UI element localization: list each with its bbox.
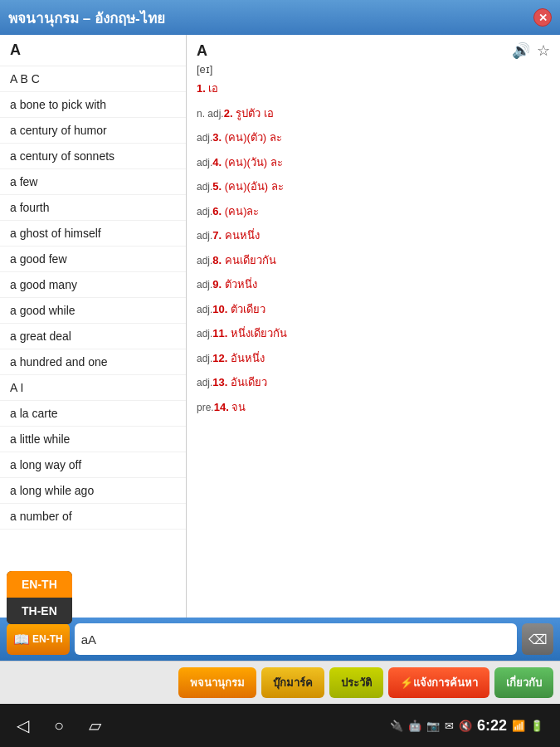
title-bar: พจนานุกรม – อังกฤษ-ไทย ✕ [0,0,560,35]
phonetic: [eɪ] [197,63,550,76]
bottom-nav-button[interactable]: เกี่ยวกับ [494,667,553,698]
def-thai: หนึ่งเดียวกัน [231,327,287,339]
word-list-item[interactable]: A B C [0,66,186,92]
def-thai: (คน)(วัน) ละ [225,156,283,168]
app-title: พจนานุกรม – อังกฤษ-ไทย [8,7,165,29]
silent-icon: 🔇 [459,720,472,732]
def-thai: คนหนึ่ง [225,229,260,242]
word-list-item[interactable]: a good while [0,298,186,324]
definition-item: adj.6. (คน)ละ [197,203,550,220]
definition-item: adj.9. ตัวหนึ่ง [197,276,550,293]
word-list-item[interactable]: a good many [0,272,186,298]
left-panel: A A B Ca bone to pick witha century of h… [0,35,187,618]
right-panel: A 🔊 ☆ [eɪ] 1. เอn. adj.2. รูปตัว เอadj.3… [187,35,560,618]
bottom-nav: พจนานุกรมบุ๊กมาร์คประวัติ⚡แจ้งการค้นหาเก… [0,661,560,704]
tooltip-th-en[interactable]: TH-EN [7,598,72,624]
definition-item: adj.7. คนหนึ่ง [197,227,550,244]
usb-icon: 🔌 [390,720,403,732]
word-list-item[interactable]: a century of humor [0,118,186,144]
definition-item: pre.14. จน [197,399,550,416]
def-thai: คนเดียวกัน [225,254,276,266]
def-number: 11. [212,327,231,339]
def-number: 5. [212,180,224,193]
word-list-item[interactable]: a long way off [0,452,186,478]
def-label: adj. [197,132,212,144]
language-tooltip: EN-TH TH-EN [7,571,72,624]
bottom-nav-button[interactable]: บุ๊กมาร์ค [261,667,324,698]
def-label: adj. [197,304,212,315]
bottom-nav-button[interactable]: ประวัติ [329,667,383,698]
dict-toggle-button[interactable]: 📖 EN-TH [7,623,70,655]
def-label: adj. [197,377,212,388]
def-thai: (คน)ละ [225,205,260,217]
toggle-label: EN-TH [32,633,63,645]
def-thai: อันหนึ่ง [231,352,265,364]
def-label: adj. [197,157,212,168]
word-list-item[interactable]: a few [0,169,186,195]
definition-item: adj.12. อันหนึ่ง [197,350,550,367]
def-thai: รูปตัว เอ [236,107,274,120]
search-bar: 📖 EN-TH aA ⌫ [0,618,560,661]
def-label: adj. [197,353,212,364]
definition-item: adj.3. (คน)(ตัว) ละ [197,129,550,146]
def-label: adj. [197,206,212,217]
def-label: adj. [197,328,212,339]
def-number: 13. [212,376,231,388]
bottom-nav-button[interactable]: ⚡แจ้งการค้นหา [388,667,489,698]
screenshot-icon: 📷 [426,720,440,732]
def-thai: เอ [208,82,218,95]
definition-item: n. adj.2. รูปตัว เอ [197,105,550,122]
word-list-item[interactable]: a great deal [0,324,186,349]
word-list-item[interactable]: a number of [0,504,186,530]
definition-item: 1. เอ [197,81,550,97]
word-list-item[interactable]: a la carte [0,401,186,427]
close-button[interactable]: ✕ [533,8,552,27]
back-button[interactable]: ◁ [17,715,29,735]
backspace-button[interactable]: ⌫ [522,623,553,655]
android-nav-left: ◁ ○ ▱ [17,715,101,735]
right-header: A 🔊 ☆ [197,42,550,60]
android-nav-bar: ◁ ○ ▱ 🔌 🤖 📷 ✉ 🔇 6:22 📶 🔋 [0,704,560,747]
status-right: 🔌 🤖 📷 ✉ 🔇 6:22 📶 🔋 [390,717,543,735]
def-label: adj. [197,181,212,193]
bottom-nav-button[interactable]: พจนานุกรม [178,667,256,698]
home-button[interactable]: ○ [54,716,64,735]
word-list-item[interactable]: A I [0,375,186,401]
definition-item: adj.4. (คน)(วัน) ละ [197,154,550,171]
header-icons: 🔊 ☆ [512,42,550,60]
word-list-item[interactable]: a good few [0,247,186,272]
def-thai: จน [231,401,246,413]
word-list-item[interactable]: a hundred and one [0,349,186,375]
definition-item: adj.13. อันเดียว [197,374,550,391]
def-thai: (คน)(อัน) ละ [225,180,284,193]
def-label: adj. [197,230,212,242]
word-list-item[interactable]: a long while ago [0,478,186,504]
word-list-item[interactable]: a century of sonnets [0,144,186,169]
def-label: n. adj. [197,108,224,120]
main-content: A A B Ca bone to pick witha century of h… [0,35,560,618]
word-list-item[interactable]: a ghost of himself [0,221,186,247]
star-icon[interactable]: ☆ [537,42,550,60]
mail-icon: ✉ [445,720,454,732]
word-list-item[interactable]: a bone to pick with [0,92,186,118]
word-list: A B Ca bone to pick witha century of hum… [0,66,186,530]
def-number: 10. [212,303,231,315]
def-label: adj. [197,279,212,290]
word-list-item[interactable]: a little while [0,427,186,452]
search-input-wrapper[interactable]: aA [75,623,517,655]
word-list-item[interactable]: a fourth [0,195,186,221]
def-number: 6. [212,205,224,217]
definitions-list: 1. เอn. adj.2. รูปตัว เอadj.3. (คน)(ตัว)… [197,81,550,415]
definition-item: adj.10. ตัวเดียว [197,301,550,318]
definition-item: adj.11. หนึ่งเดียวกัน [197,325,550,342]
def-thai: (คน)(ตัว) ละ [225,131,282,144]
def-number: 7. [212,229,224,242]
def-number: 14. [214,401,232,413]
recent-apps-button[interactable]: ▱ [89,715,101,735]
search-input-value: aA [81,632,96,647]
tooltip-en-th[interactable]: EN-TH [7,571,72,598]
speaker-icon[interactable]: 🔊 [512,42,530,60]
def-label: pre. [197,402,214,413]
definition-word: A [197,42,207,60]
book-icon: 📖 [13,632,30,647]
